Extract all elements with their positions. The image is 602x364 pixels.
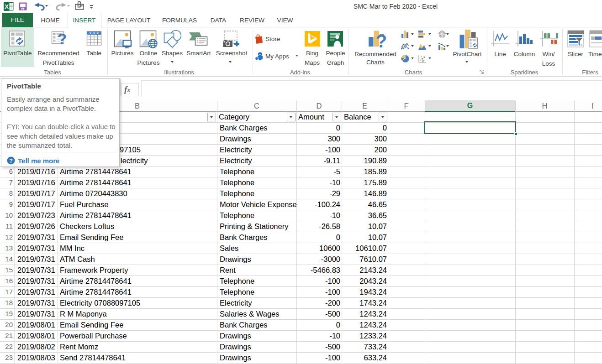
svg-text:?: ? xyxy=(9,158,13,164)
svg-text:?: ? xyxy=(58,30,67,47)
svg-text:X: X xyxy=(5,3,9,10)
svg-text:?: ? xyxy=(376,31,386,50)
